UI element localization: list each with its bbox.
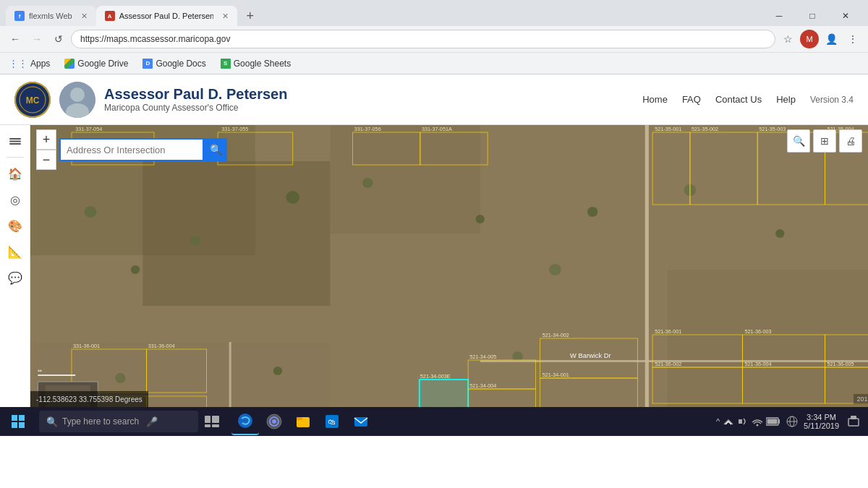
address-input[interactable] [71, 30, 775, 48]
header-title-block: Assessor Paul D. Petersen Maricopa Count… [104, 86, 287, 113]
map-print-button[interactable]: 🖨 [839, 129, 862, 153]
svg-rect-127 [354, 417, 367, 427]
tab-close-1[interactable]: ✕ [81, 12, 88, 21]
language-icon[interactable] [786, 416, 798, 427]
close-button[interactable]: ✕ [829, 6, 862, 26]
taskbar-clock[interactable]: 3:34 PM 5/11/2019 [804, 413, 839, 430]
measure-button[interactable]: 📐 [4, 240, 27, 263]
svg-text:521-34-003E: 521-34-003E [420, 374, 451, 380]
tab-favicon-1: f [14, 11, 25, 21]
svg-text:521-34-005: 521-34-005 [469, 354, 496, 360]
tab-title-1: flexmls Web [29, 12, 72, 20]
nav-faq[interactable]: FAQ [682, 94, 701, 105]
zoom-out-button[interactable]: − [36, 150, 56, 170]
network-icon[interactable] [723, 416, 734, 427]
taskbar-search-text: Type here to search [62, 416, 139, 427]
wifi-icon[interactable] [752, 416, 763, 427]
svg-rect-115 [205, 416, 210, 423]
comment-button[interactable]: 💬 [4, 266, 27, 289]
taskbar-store-icon[interactable]: 🛍 [318, 408, 346, 435]
svg-rect-58 [420, 380, 468, 407]
svg-rect-137 [851, 416, 856, 419]
svg-rect-117 [205, 424, 210, 427]
taskbar-mail-icon[interactable] [347, 408, 375, 435]
bookmark-apps[interactable]: ⋮⋮ Apps [6, 56, 53, 70]
minimize-button[interactable]: ─ [762, 6, 796, 26]
start-button[interactable] [0, 407, 36, 436]
address-bar-row: ← → ↺ ☆ M 👤 ⋮ [0, 26, 868, 52]
svg-text:W Barwick Dr: W Barwick Dr [570, 352, 610, 359]
svg-text:521-34-004: 521-34-004 [469, 383, 496, 389]
tab-assessor[interactable]: A Assessor Paul D. Petersen ✕ [96, 6, 237, 26]
layers-button[interactable] [4, 129, 27, 153]
bookmark-drive[interactable]: Google Drive [61, 57, 131, 70]
forward-button[interactable]: → [27, 30, 46, 48]
refresh-button[interactable]: ↺ [49, 30, 68, 48]
profile-button[interactable]: 👤 [822, 30, 841, 48]
home-button[interactable]: 🏠 [4, 162, 27, 185]
map-grid-button[interactable]: ⊞ [813, 129, 836, 153]
map-top-toolbar: 🔍 ⊞ 🖨 [787, 129, 868, 153]
taskbar-search[interactable]: 🔍 Type here to search 🎤 [39, 411, 198, 432]
svg-rect-6 [9, 138, 21, 140]
menu-button[interactable]: ⋮ [843, 30, 862, 48]
drive-icon [64, 59, 75, 69]
svg-point-18 [190, 236, 201, 246]
extension-icon[interactable]: M [800, 30, 819, 48]
tab-flexmls[interactable]: f flexmls Web ✕ [6, 6, 96, 26]
tab-title-2: Assessor Paul D. Petersen [119, 12, 213, 20]
taskbar-cortana-icon[interactable] [260, 408, 288, 435]
svg-text:521-35-001: 521-35-001 [655, 127, 681, 132]
back-button[interactable]: ← [6, 30, 25, 48]
nav-help[interactable]: Help [776, 94, 796, 105]
basemap-button[interactable]: 🎨 [4, 214, 27, 237]
svg-rect-124 [297, 417, 302, 420]
zoom-in-button[interactable]: + [36, 129, 56, 150]
svg-point-4 [70, 87, 85, 102]
svg-point-21 [476, 215, 485, 223]
coord-text: -112.538623 33.755398 Degrees [36, 395, 142, 403]
svg-text:521-36-004: 521-36-004 [745, 361, 772, 367]
taskbar-mic-icon: 🎤 [146, 416, 158, 427]
county-seal: MC [14, 82, 51, 118]
volume-icon[interactable] [737, 416, 749, 427]
svg-rect-11 [142, 161, 330, 306]
svg-rect-131 [778, 419, 780, 424]
taskbar-fileexplorer-icon[interactable] [289, 408, 317, 435]
taskbar-edge-icon[interactable] [231, 408, 259, 435]
bookmark-star-button[interactable]: ☆ [778, 30, 797, 48]
bookmark-docs[interactable]: D Google Docs [140, 57, 208, 70]
map-area: 🏠 ◎ 🎨 📐 💬 + − 🔍 🔍 ⊞ 🖨 [0, 125, 868, 407]
locate-button[interactable]: ◎ [4, 188, 27, 211]
system-tray: ^ [716, 416, 780, 427]
bookmark-sheets[interactable]: S Google Sheets [218, 57, 294, 70]
nav-home[interactable]: Home [642, 94, 668, 105]
tab-close-2[interactable]: ✕ [222, 12, 229, 21]
notification-button[interactable] [845, 413, 862, 430]
apps-grid-icon: ⋮⋮ [9, 58, 27, 69]
browser-chrome: f flexmls Web ✕ A Assessor Paul D. Peter… [0, 0, 868, 74]
svg-text:521-34-002: 521-34-002 [542, 333, 569, 338]
map-search-input[interactable] [59, 138, 204, 161]
svg-point-23 [587, 207, 598, 217]
svg-text:331-36-001: 331-36-001 [73, 343, 100, 349]
svg-rect-136 [848, 419, 859, 426]
battery-icon[interactable] [766, 416, 780, 427]
sheets-icon: S [221, 59, 231, 69]
svg-text:331-37-051A: 331-37-051A [422, 127, 452, 132]
nav-contact[interactable]: Contact Us [715, 94, 762, 105]
svg-point-22 [549, 264, 561, 275]
new-tab-button[interactable]: + [240, 6, 260, 26]
map-search-button[interactable]: 🔍 [204, 138, 227, 161]
maximize-button[interactable]: □ [796, 6, 829, 26]
taskbar-search-icon: 🔍 [46, 416, 58, 427]
taskbar-date-display: 5/11/2019 [804, 421, 839, 430]
tray-chevron-icon[interactable]: ^ [716, 417, 720, 426]
taskbar-task-view[interactable] [198, 408, 226, 435]
app-header: MC Assessor Paul D. Petersen Maricopa Co… [0, 74, 868, 125]
svg-text:521-34-001: 521-34-001 [542, 372, 569, 378]
taskbar-apps: 🛍 [231, 408, 375, 435]
map-search-toggle-button[interactable]: 🔍 [787, 129, 810, 153]
svg-text:🛍: 🛍 [328, 418, 336, 426]
svg-text:MC: MC [26, 95, 40, 106]
